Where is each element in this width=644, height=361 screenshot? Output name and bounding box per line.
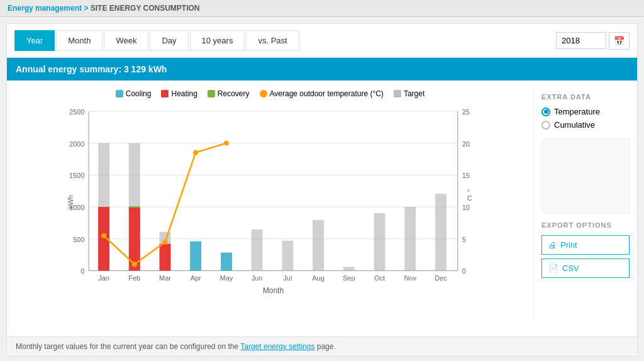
svg-text:Sep: Sep (343, 274, 355, 282)
radio-cumulative-circle (541, 121, 550, 130)
extra-data-title: EXTRA DATA (541, 93, 630, 101)
svg-text:Jun: Jun (252, 274, 263, 282)
bar-cooling-apr (190, 242, 201, 271)
calendar-icon[interactable]: 📅 (609, 32, 630, 50)
chart-area: Cooling Heating Recovery Average outdoor… (7, 87, 533, 318)
legend-recovery-label: Recovery (218, 89, 250, 98)
svg-text:25: 25 (462, 108, 470, 116)
print-label: Print (560, 240, 577, 250)
breadcrumb-separator: > (84, 4, 90, 13)
temp-dot-jan (101, 233, 106, 238)
svg-text:Mar: Mar (159, 274, 171, 282)
svg-text:500: 500 (73, 236, 84, 243)
breadcrumb-current: SITE ENERGY CONSUMPTION (91, 4, 200, 13)
legend-heating-label: Heating (171, 89, 197, 98)
svg-text:20: 20 (462, 140, 470, 148)
summary-label: Annual energy summary: 3 129 kWh (16, 64, 167, 74)
tab-10years[interactable]: 10 years (190, 30, 245, 51)
svg-text:Month: Month (263, 286, 284, 295)
svg-text:Feb: Feb (128, 274, 140, 282)
svg-text:May: May (220, 274, 233, 282)
bar-target-nov (404, 207, 416, 270)
summary-bar: Annual energy summary: 3 129 kWh (7, 58, 637, 81)
svg-text:Jan: Jan (98, 274, 109, 282)
svg-text:C: C (467, 194, 472, 202)
chart-legend: Cooling Heating Recovery Average outdoor… (13, 87, 527, 102)
legend-temperature: Average outdoor temperature (°C) (260, 89, 384, 98)
temp-dot-may (224, 141, 229, 146)
bar-target-oct (374, 213, 386, 270)
bar-target-jun (252, 230, 263, 271)
csv-button[interactable]: 📄 CSV (541, 258, 630, 278)
breadcrumb-link[interactable]: Energy management (8, 4, 82, 13)
svg-text:Nov: Nov (404, 274, 416, 282)
svg-text:Oct: Oct (374, 274, 385, 282)
svg-text:2000: 2000 (69, 140, 84, 148)
year-input[interactable] (556, 32, 606, 49)
tab-vspast[interactable]: vs. Past (246, 30, 299, 51)
temperature-color (260, 90, 267, 97)
tab-bar: Year Month Week Day 10 years vs. Past 📅 (7, 24, 637, 58)
bar-heating-mar (160, 244, 171, 271)
bar-cooling-may (221, 253, 232, 271)
top-bar: Energy management > SITE ENERGY CONSUMPT… (0, 0, 644, 17)
temp-dot-apr (193, 150, 198, 155)
print-icon: 🖨 (548, 240, 557, 250)
footer-text: Monthly target values for the current ye… (16, 342, 240, 351)
main-content: Year Month Week Day 10 years vs. Past 📅 … (6, 23, 638, 357)
svg-text:0: 0 (80, 267, 84, 275)
recovery-color (208, 90, 215, 97)
svg-text:5: 5 (462, 236, 466, 243)
tab-year[interactable]: Year (14, 30, 55, 51)
svg-text:1500: 1500 (69, 172, 84, 179)
svg-text:Jul: Jul (283, 274, 292, 282)
bar-recovery-feb (129, 206, 140, 208)
bar-target-sep (343, 267, 355, 270)
temp-dot-mar (163, 240, 168, 245)
tab-day[interactable]: Day (150, 30, 188, 51)
chart-container: 2500 2000 1500 1000 500 0 kWh 25 20 15 1… (13, 102, 527, 314)
legend-heating: Heating (161, 89, 197, 98)
csv-label: CSV (562, 264, 579, 273)
csv-icon: 📄 (548, 264, 558, 273)
svg-text:2500: 2500 (69, 108, 84, 116)
footer-text-end: page. (314, 342, 335, 351)
legend-recovery: Recovery (208, 89, 250, 98)
radio-temperature-label: Temperature (554, 107, 600, 116)
sidebar: EXTRA DATA Temperature Cumulative EXPORT… (533, 87, 637, 318)
legend-target-label: Target (404, 89, 425, 98)
radio-cumulative[interactable]: Cumulative (541, 120, 630, 130)
radio-cumulative-label: Cumulative (554, 120, 595, 130)
svg-text:Aug: Aug (312, 274, 324, 282)
radio-temperature-circle (541, 108, 550, 116)
bar-target-aug (313, 220, 324, 271)
legend-cooling: Cooling (116, 89, 152, 98)
year-selector: 📅 (556, 32, 630, 50)
temp-dot-feb (132, 262, 137, 267)
svg-text:10: 10 (462, 204, 470, 211)
svg-text:0: 0 (462, 267, 466, 275)
cooling-color (116, 90, 123, 97)
footer-bar: Monthly target values for the current ye… (7, 336, 637, 356)
footer-link[interactable]: Target energy settings (240, 342, 314, 351)
export-options: 🖨 Print 📄 CSV (541, 235, 630, 278)
tab-month[interactable]: Month (56, 30, 103, 51)
legend-temperature-label: Average outdoor temperature (°C) (270, 89, 384, 98)
radio-group: Temperature Cumulative (541, 107, 630, 130)
bar-target-jul (282, 241, 293, 271)
legend-target: Target (394, 89, 425, 98)
svg-text:15: 15 (462, 172, 470, 179)
export-title: EXPORT OPTIONS (541, 221, 630, 229)
radio-temperature[interactable]: Temperature (541, 107, 630, 116)
chart-section: Cooling Heating Recovery Average outdoor… (7, 81, 637, 325)
svg-text:kWh: kWh (67, 195, 74, 209)
target-color (394, 90, 401, 97)
svg-text:Apr: Apr (191, 274, 201, 282)
print-button[interactable]: 🖨 Print (541, 235, 630, 255)
legend-cooling-label: Cooling (126, 89, 152, 98)
svg-text:Dec: Dec (435, 274, 447, 282)
tab-week[interactable]: Week (104, 30, 148, 51)
heating-color (161, 90, 169, 97)
bar-target-dec (435, 194, 447, 270)
